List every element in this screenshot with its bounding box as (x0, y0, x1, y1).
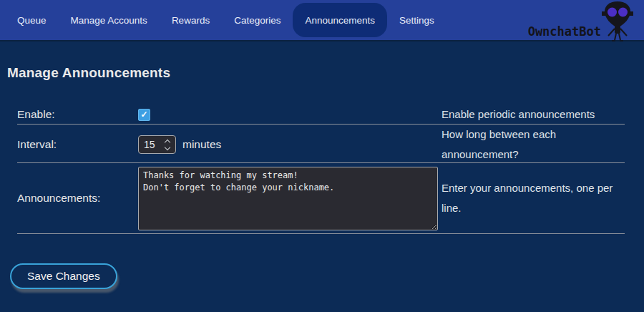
nav-item-queue[interactable]: Queue (5, 3, 59, 37)
top-navbar: Queue Manage Accounts Rewards Categories… (0, 0, 644, 42)
page-title: Manage Announcements (7, 65, 644, 81)
enable-checkbox[interactable]: ✓ (138, 109, 150, 121)
form-row-interval: Interval: 15 minutes How long between ea… (17, 125, 625, 163)
nav-item-announcements[interactable]: Announcements (293, 3, 387, 37)
form-row-announcements: Announcements: Thanks for watching my st… (17, 163, 625, 234)
interval-help-text: How long between each announcement? (441, 125, 625, 165)
save-changes-button[interactable]: Save Changes (10, 263, 117, 289)
robot-mascot-icon (601, 0, 634, 42)
spinner-down-icon[interactable] (164, 144, 170, 150)
nav-item-rewards[interactable]: Rewards (160, 3, 222, 37)
interval-label: Interval: (17, 138, 138, 151)
logo-text: OwnchatBot (528, 24, 601, 42)
enable-label: Enable: (17, 108, 138, 121)
interval-spinner[interactable] (162, 140, 175, 150)
announcements-textarea[interactable]: Thanks for watching my stream! Don't for… (138, 167, 438, 230)
enable-help-text: Enable periodic announcements (441, 104, 625, 125)
interval-value: 15 (139, 139, 162, 150)
nav-item-manage-accounts[interactable]: Manage Accounts (59, 3, 160, 37)
nav-item-categories[interactable]: Categories (222, 3, 293, 37)
nav-item-settings[interactable]: Settings (387, 3, 447, 37)
form-row-enable: Enable: ✓ Enable periodic announcements (17, 104, 625, 125)
interval-input[interactable]: 15 (138, 135, 176, 154)
announcements-label: Announcements: (17, 192, 138, 205)
announcements-form: Enable: ✓ Enable periodic announcements … (17, 104, 625, 234)
check-icon: ✓ (140, 109, 147, 120)
interval-unit-label: minutes (182, 138, 221, 151)
announcements-help-text: Enter your announcements, one per line. (441, 178, 625, 218)
ownchatbot-logo: OwnchatBot (528, 0, 634, 42)
